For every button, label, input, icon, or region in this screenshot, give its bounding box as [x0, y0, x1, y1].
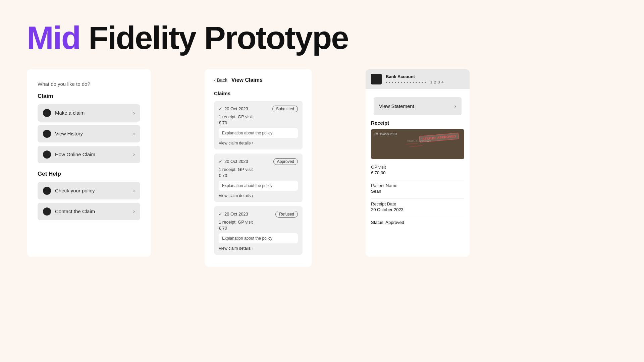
- patient-name-field: Patient Name Sean: [371, 183, 464, 194]
- claim-badge-refused: Refused: [275, 211, 298, 218]
- bank-title: Bank Account: [386, 74, 444, 79]
- chevron-right-icon: ›: [133, 152, 135, 158]
- page-title: Mid Fidelity Prototype: [0, 0, 644, 69]
- patient-name-value: Sean: [371, 189, 464, 194]
- chevron-right-icon: ›: [252, 193, 253, 198]
- claim-1-explanation: Explanation about the policy: [219, 128, 298, 138]
- menu-item-contact-claim[interactable]: Contact the Claim ›: [38, 203, 140, 220]
- claim-2-details-link[interactable]: View claim details ›: [219, 193, 298, 198]
- claims-section-title: Claims: [214, 90, 303, 96]
- how-online-claim-label: How Online Claim: [55, 152, 95, 157]
- view-history-label: View History: [55, 131, 83, 136]
- gp-visit-value: € 70,00: [371, 170, 464, 175]
- title-rest: Fidelity Prototype: [80, 20, 348, 56]
- bank-dots: • • • • • • • • • • • • • • 1 2 3 4: [386, 80, 444, 84]
- status-field: Status: Approved: [371, 220, 464, 225]
- claim-3-explanation: Explanation about the policy: [219, 233, 298, 243]
- claim-1-receipt: 1 receipt: GP visit: [219, 114, 298, 119]
- claim-badge-approved: Approved: [273, 158, 298, 165]
- claim-3-date: 20 Oct 2023: [224, 212, 248, 217]
- patient-name-label: Patient Name: [371, 183, 464, 188]
- view-statement-label: View Statement: [379, 103, 414, 109]
- receipt-date-field: Receipt Date 20 October 2023: [371, 201, 464, 212]
- chevron-right-icon: ›: [454, 103, 456, 109]
- receipt-section: Receipt 20 October 2023 STATUS: APPROVED…: [366, 115, 470, 234]
- chevron-right-icon: ›: [133, 208, 135, 215]
- check-policy-label: Check your policy: [55, 188, 95, 193]
- menu-item-check-policy[interactable]: Check your policy ›: [38, 182, 140, 199]
- dot-icon: [43, 187, 51, 195]
- dot-icon: [43, 130, 51, 138]
- right-panel: Bank Account • • • • • • • • • • • • • •…: [366, 69, 470, 257]
- chevron-right-icon: ›: [133, 188, 135, 194]
- claim-3-details-link[interactable]: View claim details ›: [219, 246, 298, 251]
- svg-line-1: [409, 145, 423, 147]
- menu-item-how-online-claim[interactable]: How Online Claim ›: [38, 146, 140, 163]
- claim-card-approved: ✓ 20 Oct 2023 Approved 1 receipt: GP vis…: [214, 154, 303, 202]
- svg-text:STATUS: APPROVED: STATUS: APPROVED: [407, 140, 431, 143]
- claim-2-amount: € 70: [219, 173, 298, 178]
- chevron-right-icon: ›: [252, 141, 253, 145]
- back-label: Back: [217, 77, 227, 83]
- check-icon: ✓: [219, 106, 222, 111]
- status-value: Status: Approved: [371, 220, 464, 225]
- receipt-date-label: Receipt Date: [371, 201, 464, 206]
- view-claims-title: View Claims: [231, 77, 263, 83]
- chevron-right-icon: ›: [133, 110, 135, 116]
- bank-icon: [371, 74, 382, 84]
- middle-panel: ‹ Back View Claims Claims ✓ 20 Oct 2023 …: [205, 69, 312, 267]
- receipt-title: Receipt: [371, 120, 464, 126]
- svg-line-0: [406, 143, 418, 144]
- menu-item-make-claim[interactable]: Make a claim ›: [38, 104, 140, 122]
- claim-2-receipt: 1 receipt: GP visit: [219, 167, 298, 172]
- receipt-date-value: 20 October 2023: [371, 207, 464, 212]
- menu-item-view-history[interactable]: View History ›: [38, 125, 140, 142]
- claim-card-refused: ✓ 20 Oct 2023 Refused 1 receipt: GP visi…: [214, 206, 303, 255]
- claim-1-amount: € 70: [219, 120, 298, 125]
- panels-container: What do you like to do? Claim Make a cla…: [0, 69, 644, 267]
- gp-visit-label: GP visit: [371, 165, 464, 170]
- middle-header: ‹ Back View Claims: [214, 77, 303, 83]
- claim-1-details-link[interactable]: View claim details ›: [219, 141, 298, 145]
- chevron-right-icon: ›: [133, 131, 135, 137]
- receipt-date-note: 20 October 2023: [374, 132, 397, 136]
- left-panel: What do you like to do? Claim Make a cla…: [27, 69, 151, 257]
- make-claim-label: Make a claim: [55, 110, 85, 116]
- dot-icon: [43, 150, 51, 159]
- mid-word: Mid: [27, 20, 80, 56]
- get-help-title: Get Help: [38, 171, 140, 177]
- bank-account-header: Bank Account • • • • • • • • • • • • • •…: [366, 69, 470, 89]
- receipt-sketch: STATUS: APPROVED: [404, 137, 431, 151]
- what-label: What do you like to do?: [38, 81, 140, 87]
- receipt-image: 20 October 2023 STATUS: APPROVED STATUS:…: [371, 129, 464, 159]
- dot-icon: [43, 207, 51, 216]
- back-chevron-icon: ‹: [214, 77, 216, 83]
- claim-card-submitted: ✓ 20 Oct 2023 Submitted 1 receipt: GP vi…: [214, 101, 303, 149]
- claim-badge-submitted: Submitted: [272, 106, 298, 112]
- claim-2-explanation: Explanation about the policy: [219, 181, 298, 191]
- check-icon: ✓: [219, 159, 222, 164]
- back-button[interactable]: ‹ Back: [214, 77, 227, 83]
- chevron-right-icon: ›: [252, 246, 253, 251]
- dot-icon: [43, 109, 51, 117]
- claim-section-title: Claim: [38, 93, 140, 100]
- contact-claim-label: Contact the Claim: [55, 208, 95, 214]
- get-help-section: Get Help Check your policy › Contact the…: [38, 171, 140, 220]
- claim-2-date: 20 Oct 2023: [224, 159, 248, 164]
- claim-3-receipt: 1 receipt: GP visit: [219, 220, 298, 225]
- view-statement-button[interactable]: View Statement ›: [374, 97, 462, 115]
- check-icon: ✓: [219, 212, 222, 217]
- claim-1-date: 20 Oct 2023: [224, 106, 248, 111]
- claim-3-amount: € 70: [219, 226, 298, 231]
- gp-visit-field: GP visit € 70,00: [371, 165, 464, 175]
